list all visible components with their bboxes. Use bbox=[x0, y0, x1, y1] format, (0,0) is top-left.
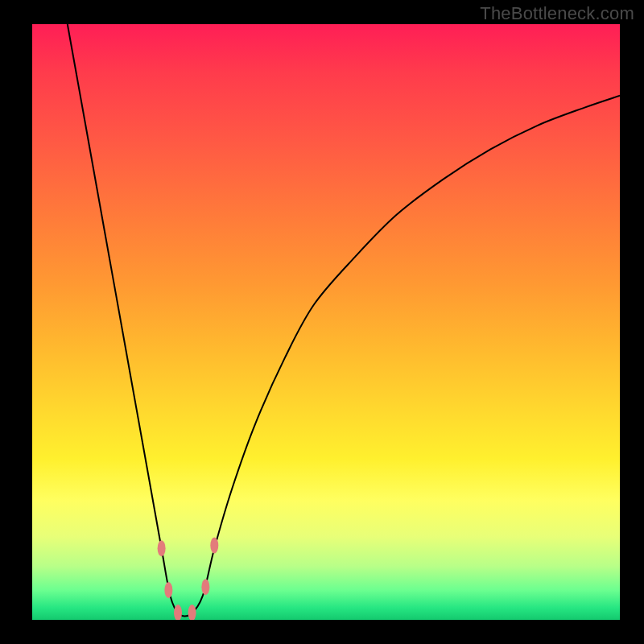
watermark-text: TheBottleneck.com bbox=[480, 3, 634, 24]
curve-marker-icon bbox=[210, 538, 218, 554]
plot-area bbox=[32, 24, 620, 620]
chart-frame: TheBottleneck.com bbox=[0, 0, 644, 644]
bottleneck-curve-svg bbox=[32, 24, 620, 620]
bottleneck-curve-icon bbox=[68, 24, 620, 616]
curve-marker-icon bbox=[201, 579, 209, 595]
curve-marker-icon bbox=[174, 605, 182, 620]
curve-marker-icon bbox=[164, 582, 172, 598]
curve-marker-icon bbox=[158, 540, 166, 556]
curve-marker-icon bbox=[188, 605, 196, 620]
